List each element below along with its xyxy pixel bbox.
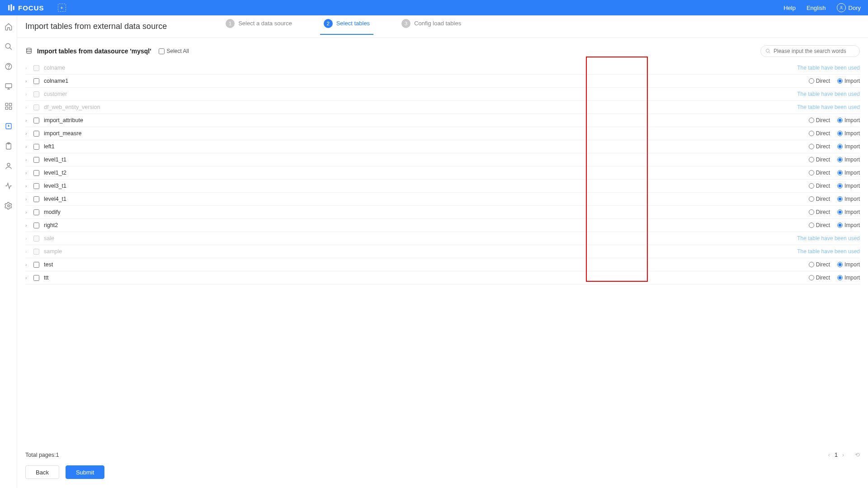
page-title: Import tables from external data source	[25, 22, 167, 31]
used-label: The table have been used	[797, 91, 860, 97]
chevron-right-icon[interactable]: ›	[25, 131, 31, 136]
svg-rect-9	[9, 103, 11, 105]
table-row: › colnameThe table have been used	[25, 62, 860, 75]
direct-radio[interactable]: Direct	[809, 196, 830, 202]
import-radio[interactable]: Import	[837, 130, 860, 137]
user-name: Dory	[849, 5, 861, 11]
search-input-icon	[765, 48, 771, 54]
import-radio[interactable]: Import	[837, 275, 860, 281]
import-radio[interactable]: Import	[837, 117, 860, 123]
direct-radio[interactable]: Direct	[809, 275, 830, 281]
import-radio[interactable]: Import	[837, 183, 860, 189]
chevron-right-icon[interactable]: ›	[25, 275, 31, 280]
search-input[interactable]	[774, 48, 855, 54]
import-radio[interactable]: Import	[837, 78, 860, 84]
table-name: sample	[44, 248, 62, 255]
import-icon[interactable]	[5, 122, 13, 130]
row-checkbox[interactable]	[33, 196, 39, 202]
row-checkbox[interactable]	[33, 209, 39, 215]
table-row: › saleThe table have been used	[25, 232, 860, 245]
row-checkbox[interactable]	[33, 78, 39, 84]
import-radio[interactable]: Import	[837, 143, 860, 150]
row-checkbox[interactable]	[33, 131, 39, 137]
row-checkbox[interactable]	[33, 275, 39, 281]
chevron-right-icon[interactable]: ›	[25, 118, 31, 123]
pager-prev[interactable]: ‹	[828, 452, 830, 458]
chevron-right-icon[interactable]: ›	[25, 236, 31, 241]
pager-next[interactable]: ›	[842, 452, 844, 458]
import-radio[interactable]: Import	[837, 170, 860, 176]
help-icon[interactable]	[5, 62, 13, 71]
step-1[interactable]: 1Select a data source	[226, 19, 292, 34]
clipboard-icon[interactable]	[5, 142, 13, 150]
direct-radio[interactable]: Direct	[809, 130, 830, 137]
direct-radio[interactable]: Direct	[809, 143, 830, 150]
table-name: customer	[44, 91, 67, 97]
row-checkbox[interactable]	[33, 144, 39, 150]
chevron-right-icon[interactable]: ›	[25, 210, 31, 215]
back-button[interactable]: Back	[25, 465, 59, 479]
chevron-right-icon[interactable]: ›	[25, 262, 31, 267]
row-checkbox[interactable]	[33, 223, 39, 228]
add-button[interactable]: +	[58, 4, 66, 12]
user-menu[interactable]: Dory	[837, 3, 861, 12]
chevron-right-icon[interactable]: ›	[25, 184, 31, 189]
search-icon[interactable]	[5, 43, 13, 51]
chevron-right-icon[interactable]: ›	[25, 105, 31, 110]
import-radio[interactable]: Import	[837, 222, 860, 228]
direct-radio[interactable]: Direct	[809, 261, 830, 268]
direct-radio[interactable]: Direct	[809, 222, 830, 228]
table-row: › right2 Direct Import	[25, 219, 860, 232]
direct-radio[interactable]: Direct	[809, 117, 830, 123]
search-box[interactable]	[760, 45, 860, 57]
step-2[interactable]: 2Select tables	[324, 19, 370, 34]
table-row: › ttt Direct Import	[25, 271, 860, 284]
direct-radio[interactable]: Direct	[809, 183, 830, 189]
language-selector[interactable]: English	[807, 5, 826, 11]
step-3[interactable]: 3Config load tables	[401, 19, 461, 34]
home-icon[interactable]	[5, 23, 13, 31]
select-all-checkbox[interactable]	[159, 48, 165, 54]
row-checkbox[interactable]	[33, 170, 39, 176]
brand-text: FOCUS	[18, 4, 44, 12]
svg-rect-7	[5, 84, 12, 88]
chevron-right-icon[interactable]: ›	[25, 92, 31, 97]
import-radio[interactable]: Import	[837, 209, 860, 215]
help-link[interactable]: Help	[783, 5, 796, 11]
pager: ‹ 1 › ⟲	[828, 451, 860, 458]
row-checkbox[interactable]	[33, 262, 39, 268]
monitor-icon[interactable]	[5, 82, 13, 90]
chevron-right-icon[interactable]: ›	[25, 79, 31, 84]
row-checkbox[interactable]	[33, 183, 39, 189]
table-row: › level1_t2 Direct Import	[25, 166, 860, 180]
grid-icon[interactable]	[5, 102, 13, 110]
pager-refresh[interactable]: ⟲	[855, 451, 860, 458]
chevron-right-icon[interactable]: ›	[25, 223, 31, 228]
chevron-right-icon[interactable]: ›	[25, 144, 31, 149]
chevron-right-icon[interactable]: ›	[25, 197, 31, 202]
pager-current: 1	[835, 452, 838, 458]
direct-radio[interactable]: Direct	[809, 209, 830, 215]
chevron-right-icon[interactable]: ›	[25, 249, 31, 254]
direct-radio[interactable]: Direct	[809, 156, 830, 163]
svg-rect-0	[8, 5, 9, 10]
user-nav-icon[interactable]	[5, 162, 13, 170]
chevron-right-icon[interactable]: ›	[25, 66, 31, 71]
row-checkbox[interactable]	[33, 118, 39, 123]
import-radio[interactable]: Import	[837, 156, 860, 163]
direct-radio[interactable]: Direct	[809, 170, 830, 176]
chevron-right-icon[interactable]: ›	[25, 171, 31, 175]
table-row: › level3_t1 Direct Import	[25, 180, 860, 193]
activity-icon[interactable]	[5, 182, 13, 190]
row-checkbox[interactable]	[33, 157, 39, 163]
table-name: colname	[44, 65, 65, 71]
import-radio[interactable]: Import	[837, 261, 860, 268]
direct-radio[interactable]: Direct	[809, 78, 830, 84]
select-all[interactable]: Select All	[159, 48, 189, 54]
chevron-right-icon[interactable]: ›	[25, 157, 31, 162]
submit-button[interactable]: Submit	[66, 465, 104, 479]
svg-rect-1	[11, 5, 12, 11]
import-radio[interactable]: Import	[837, 196, 860, 202]
settings-icon[interactable]	[5, 202, 13, 210]
row-checkbox	[33, 65, 39, 71]
